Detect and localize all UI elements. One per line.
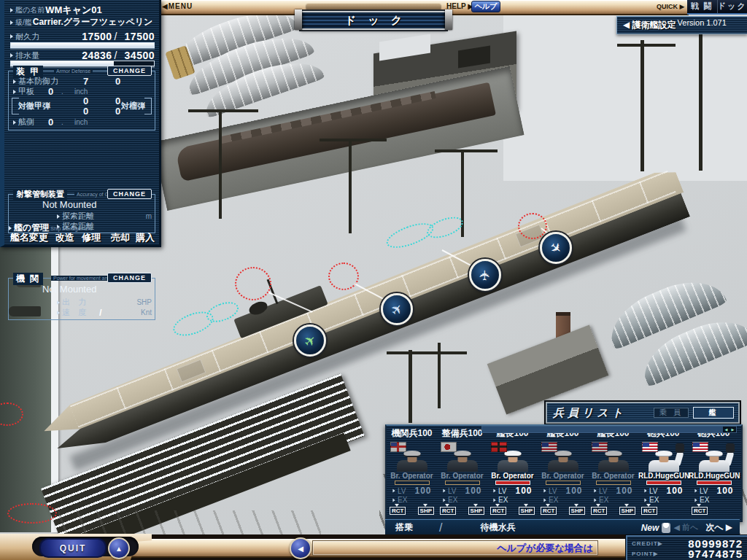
- prev-page-button[interactable]: ◀ 前へ: [673, 522, 698, 533]
- armor-subtitle: Armor Defense: [54, 69, 93, 74]
- flag-germany-icon: [491, 442, 507, 452]
- crew-portrait: [588, 440, 638, 472]
- lv-value: 100: [717, 486, 734, 496]
- lv-label: LV: [498, 487, 507, 495]
- crew-member[interactable]: 艦長100 Br. Operator LV100 EX RCTSHP: [588, 426, 638, 521]
- crew-member-selected[interactable]: 艦長100 Br. Operator LV100 EX RCTSHP: [487, 426, 538, 521]
- buy-button[interactable]: 購入: [136, 231, 155, 244]
- help-button[interactable]: ヘルプ: [471, 1, 500, 12]
- anti-ap-button[interactable]: 対徹甲弾: [12, 98, 56, 114]
- deck-armor-label: 甲板: [18, 86, 34, 97]
- crew-member[interactable]: 機関兵100 Br. Operator LV100 EX RCTSHP: [387, 426, 437, 521]
- bullet-icon: [10, 8, 13, 12]
- standby-sailors-label: 待機水兵: [480, 521, 515, 534]
- crew-tab-button[interactable]: 乗 員: [654, 408, 689, 418]
- durability-bar: [10, 42, 155, 48]
- aircraft-slot-icon[interactable]: ✈: [381, 293, 413, 325]
- rct-button[interactable]: RCT: [390, 507, 406, 515]
- shp-button[interactable]: SHP: [569, 507, 585, 515]
- management-subtitle: Ship Management: [50, 226, 92, 231]
- rct-button[interactable]: RCT: [591, 507, 607, 515]
- point-label: POINT▶: [632, 551, 670, 557]
- rename-button[interactable]: 艦名変更: [10, 231, 48, 244]
- next-page-button[interactable]: 次へ ▶: [705, 521, 732, 534]
- rct-button[interactable]: RCT: [641, 507, 657, 515]
- crew-member-gunner[interactable]: 砲兵100 RLD.HugeGUN LV100 EX RCT: [638, 426, 689, 521]
- crew-class: RLD.HugeGUN: [689, 472, 739, 480]
- slash: /: [115, 31, 117, 42]
- scrollbar-thumb[interactable]: [482, 427, 723, 432]
- boarding-label: 搭乗: [395, 521, 413, 534]
- rct-button[interactable]: RCT: [490, 507, 506, 515]
- plate-bracket: [306, 4, 441, 10]
- ex-label: EX: [448, 496, 457, 504]
- crew-portrait: [689, 440, 739, 472]
- durability-label: 耐久力: [15, 31, 39, 42]
- crane-arm: [435, 149, 498, 152]
- remodel-button[interactable]: 改造: [55, 231, 74, 244]
- quit-button[interactable]: QUIT: [39, 538, 107, 558]
- dot: .: [61, 118, 63, 126]
- deck-armor-unit: inch: [74, 88, 88, 96]
- scroll-right-icon[interactable]: ▶: [729, 427, 736, 432]
- durability-row: 耐久力 17500 / 17500: [10, 31, 155, 42]
- bullet-icon: [10, 34, 13, 39]
- rct-button[interactable]: RCT: [692, 507, 708, 515]
- flag-us-icon: [692, 442, 708, 452]
- engine-section: 機 関 Power for movement and CHANGE Not Mo…: [8, 278, 155, 320]
- crew-class: Br. Operator: [538, 472, 588, 480]
- scroll-left-button[interactable]: ◀: [290, 537, 311, 559]
- aircraft-slot-icon[interactable]: ✈: [540, 232, 572, 264]
- scroll-left-icon[interactable]: ◀: [723, 427, 729, 432]
- fire-control-change-button[interactable]: CHANGE: [107, 189, 152, 199]
- crew-type: 機関兵100: [387, 427, 437, 440]
- version-banner[interactable]: ◀ 護衛艦設定 Version 1.071: [616, 16, 747, 34]
- aircraft-slot-icon[interactable]: ✈: [294, 324, 326, 357]
- ex-label: EX: [398, 496, 407, 504]
- quick-label[interactable]: QUICK ▶: [657, 3, 684, 10]
- crane-mast: [349, 139, 352, 233]
- collapse-button[interactable]: ▲: [108, 537, 130, 559]
- airplane-icon: ✈: [388, 300, 406, 318]
- crew-member-gunner[interactable]: 砲兵100 RLD.HugeGUN LV100 EX RCT: [689, 426, 739, 521]
- flag-us-icon: [642, 442, 658, 452]
- ship-tab-button[interactable]: 艦: [693, 407, 734, 419]
- rct-button[interactable]: RCT: [541, 507, 557, 515]
- ex-label: EX: [700, 496, 709, 504]
- shp-button[interactable]: SHP: [468, 507, 484, 515]
- bullet-icon: [493, 498, 495, 502]
- displacement-row: 排水量 24836 / 34500: [10, 50, 155, 61]
- shp-button[interactable]: SHP: [619, 507, 635, 515]
- menu-button[interactable]: ◀MENU: [162, 2, 193, 10]
- aircraft-slot-icon[interactable]: ✈: [469, 259, 501, 291]
- armor-change-button[interactable]: CHANGE: [107, 66, 152, 76]
- crew-class: Br. Operator: [588, 472, 638, 480]
- crew-member[interactable]: 艦長100 Br. Operator LV100 EX RCTSHP: [538, 426, 588, 521]
- shp-button[interactable]: SHP: [519, 507, 535, 515]
- anti-he-button[interactable]: 対榴弾: [115, 98, 152, 114]
- tab-dock[interactable]: ドック: [718, 0, 747, 13]
- engine-status: Not Mounted: [42, 284, 96, 295]
- tab-battle[interactable]: 戦 闘: [687, 0, 717, 13]
- sell-button[interactable]: 売却: [111, 231, 130, 244]
- engine-change-button[interactable]: CHANGE: [107, 273, 152, 283]
- ship-info-panel: 艦の名前 WMキャン01 級/艦 Carrier.グラーフツェッペリン 耐久力 …: [0, 0, 161, 247]
- crew-type: 整備兵100: [437, 427, 487, 440]
- flag-uk-icon: [390, 442, 406, 452]
- lv-value: 100: [667, 486, 684, 496]
- armor-m11: 0: [83, 96, 88, 106]
- dot: .: [61, 88, 63, 96]
- shp-button[interactable]: SHP: [418, 507, 434, 515]
- gun-position-marker: [518, 213, 547, 239]
- rct-button[interactable]: RCT: [440, 507, 456, 515]
- crew-member[interactable]: 整備兵100 Br. Operator LV100 EX RCTSHP: [437, 426, 487, 521]
- escort-settings-link[interactable]: ◀ 護衛艦設定: [623, 19, 676, 31]
- crew-portrait: [487, 440, 538, 472]
- speed-unit: Knt: [141, 308, 152, 316]
- displacement-max: 34500: [120, 50, 155, 61]
- crew-portrait: [638, 440, 689, 472]
- repair-button[interactable]: 修理: [82, 231, 101, 244]
- displacement-label: 排水量: [15, 50, 39, 61]
- airplane-icon: ✈: [478, 269, 492, 281]
- crew-list-scrollbar[interactable]: ◀ ▶: [481, 426, 737, 433]
